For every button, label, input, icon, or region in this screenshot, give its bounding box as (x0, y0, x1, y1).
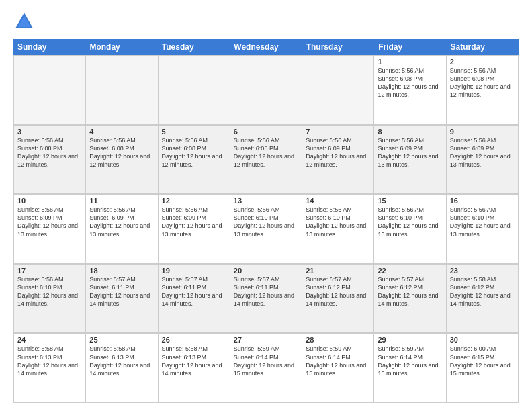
day-info: Sunrise: 5:56 AM Sunset: 6:08 PM Dayligh… (17, 136, 82, 169)
calendar-cell: 18Sunrise: 5:57 AM Sunset: 6:11 PM Dayli… (86, 265, 158, 334)
calendar-cell: 25Sunrise: 5:58 AM Sunset: 6:13 PM Dayli… (86, 334, 158, 403)
day-number: 26 (162, 336, 226, 344)
day-info: Sunrise: 5:56 AM Sunset: 6:08 PM Dayligh… (378, 66, 442, 99)
day-number: 22 (378, 267, 442, 275)
logo-icon (13, 11, 35, 32)
calendar-row: 17Sunrise: 5:56 AM Sunset: 6:10 PM Dayli… (13, 264, 519, 334)
calendar-cell: 2Sunrise: 5:56 AM Sunset: 6:08 PM Daylig… (447, 56, 519, 125)
day-info: Sunrise: 5:56 AM Sunset: 6:08 PM Dayligh… (162, 136, 226, 169)
day-info: Sunrise: 6:00 AM Sunset: 6:15 PM Dayligh… (450, 345, 515, 377)
day-number: 5 (162, 128, 226, 136)
day-info: Sunrise: 5:56 AM Sunset: 6:10 PM Dayligh… (17, 275, 82, 308)
day-info: Sunrise: 5:56 AM Sunset: 6:09 PM Dayligh… (450, 136, 515, 169)
calendar-cell: 30Sunrise: 6:00 AM Sunset: 6:15 PM Dayli… (447, 334, 519, 403)
day-info: Sunrise: 5:58 AM Sunset: 6:13 PM Dayligh… (17, 345, 82, 377)
day-number: 24 (17, 336, 82, 344)
calendar-cell: 11Sunrise: 5:56 AM Sunset: 6:09 PM Dayli… (86, 195, 158, 264)
day-number: 1 (378, 58, 442, 66)
calendar-cell: 22Sunrise: 5:57 AM Sunset: 6:12 PM Dayli… (374, 265, 446, 334)
day-number: 15 (378, 197, 442, 205)
day-info: Sunrise: 5:59 AM Sunset: 6:14 PM Dayligh… (234, 345, 298, 377)
day-number: 14 (306, 197, 370, 205)
calendar-cell: 14Sunrise: 5:56 AM Sunset: 6:10 PM Dayli… (302, 195, 374, 264)
calendar-cell (302, 56, 374, 125)
day-number: 27 (234, 336, 298, 344)
day-number: 11 (89, 197, 154, 205)
day-number: 3 (17, 128, 82, 136)
day-number: 30 (450, 336, 515, 344)
calendar-cell: 29Sunrise: 5:59 AM Sunset: 6:14 PM Dayli… (374, 334, 446, 403)
day-number: 2 (450, 58, 515, 66)
day-info: Sunrise: 5:57 AM Sunset: 6:11 PM Dayligh… (234, 275, 298, 308)
calendar-cell: 5Sunrise: 5:56 AM Sunset: 6:08 PM Daylig… (159, 126, 230, 195)
header-day: Wednesday (230, 39, 302, 55)
header-day: Friday (374, 39, 446, 55)
day-number: 7 (306, 128, 370, 136)
header-day: Thursday (302, 39, 374, 55)
calendar-cell: 12Sunrise: 5:56 AM Sunset: 6:09 PM Dayli… (159, 195, 230, 264)
calendar-cell: 16Sunrise: 5:56 AM Sunset: 6:10 PM Dayli… (447, 195, 519, 264)
calendar-row: 10Sunrise: 5:56 AM Sunset: 6:09 PM Dayli… (13, 194, 519, 264)
header-day: Sunday (13, 39, 85, 55)
calendar-cell: 13Sunrise: 5:56 AM Sunset: 6:10 PM Dayli… (230, 195, 302, 264)
calendar-cell: 24Sunrise: 5:58 AM Sunset: 6:13 PM Dayli… (14, 334, 86, 403)
day-number: 20 (234, 267, 298, 275)
day-number: 21 (306, 267, 370, 275)
day-info: Sunrise: 5:56 AM Sunset: 6:09 PM Dayligh… (162, 205, 226, 238)
calendar-cell: 8Sunrise: 5:56 AM Sunset: 6:09 PM Daylig… (374, 126, 446, 195)
calendar-cell (230, 56, 302, 125)
calendar-cell: 9Sunrise: 5:56 AM Sunset: 6:09 PM Daylig… (447, 126, 519, 195)
day-number: 16 (450, 197, 515, 205)
calendar-row: 3Sunrise: 5:56 AM Sunset: 6:08 PM Daylig… (13, 125, 519, 195)
header-day: Tuesday (158, 39, 230, 55)
calendar-cell: 21Sunrise: 5:57 AM Sunset: 6:12 PM Dayli… (302, 265, 374, 334)
day-info: Sunrise: 5:56 AM Sunset: 6:08 PM Dayligh… (450, 66, 515, 99)
day-number: 13 (234, 197, 298, 205)
logo (13, 11, 38, 32)
day-number: 6 (234, 128, 298, 136)
calendar-cell: 4Sunrise: 5:56 AM Sunset: 6:08 PM Daylig… (86, 126, 158, 195)
day-info: Sunrise: 5:58 AM Sunset: 6:13 PM Dayligh… (89, 345, 154, 377)
day-number: 12 (162, 197, 226, 205)
day-info: Sunrise: 5:58 AM Sunset: 6:12 PM Dayligh… (450, 275, 515, 308)
day-info: Sunrise: 5:56 AM Sunset: 6:10 PM Dayligh… (306, 205, 370, 238)
calendar-cell: 6Sunrise: 5:56 AM Sunset: 6:08 PM Daylig… (230, 126, 302, 195)
calendar-cell: 28Sunrise: 5:59 AM Sunset: 6:14 PM Dayli… (302, 334, 374, 403)
day-info: Sunrise: 5:58 AM Sunset: 6:13 PM Dayligh… (162, 345, 226, 377)
calendar-cell: 17Sunrise: 5:56 AM Sunset: 6:10 PM Dayli… (14, 265, 86, 334)
day-info: Sunrise: 5:57 AM Sunset: 6:12 PM Dayligh… (306, 275, 370, 308)
calendar-cell: 7Sunrise: 5:56 AM Sunset: 6:09 PM Daylig… (302, 126, 374, 195)
day-number: 19 (162, 267, 226, 275)
day-number: 9 (450, 128, 515, 136)
day-number: 29 (378, 336, 442, 344)
day-number: 18 (89, 267, 154, 275)
calendar-cell: 15Sunrise: 5:56 AM Sunset: 6:10 PM Dayli… (374, 195, 446, 264)
day-info: Sunrise: 5:56 AM Sunset: 6:10 PM Dayligh… (450, 205, 515, 238)
day-info: Sunrise: 5:56 AM Sunset: 6:09 PM Dayligh… (89, 205, 154, 238)
calendar-row: 24Sunrise: 5:58 AM Sunset: 6:13 PM Dayli… (13, 333, 519, 403)
calendar-row: 1Sunrise: 5:56 AM Sunset: 6:08 PM Daylig… (13, 55, 519, 125)
day-info: Sunrise: 5:56 AM Sunset: 6:08 PM Dayligh… (89, 136, 154, 169)
calendar: SundayMondayTuesdayWednesdayThursdayFrid… (13, 39, 519, 403)
day-info: Sunrise: 5:59 AM Sunset: 6:14 PM Dayligh… (306, 345, 370, 377)
day-info: Sunrise: 5:56 AM Sunset: 6:10 PM Dayligh… (378, 205, 442, 238)
calendar-body: 1Sunrise: 5:56 AM Sunset: 6:08 PM Daylig… (13, 55, 519, 403)
day-number: 23 (450, 267, 515, 275)
day-number: 17 (17, 267, 82, 275)
day-number: 4 (89, 128, 154, 136)
day-number: 28 (306, 336, 370, 344)
header-day: Saturday (447, 39, 519, 55)
page: SundayMondayTuesdayWednesdayThursdayFrid… (0, 0, 532, 411)
calendar-cell: 1Sunrise: 5:56 AM Sunset: 6:08 PM Daylig… (374, 56, 446, 125)
calendar-cell: 19Sunrise: 5:57 AM Sunset: 6:11 PM Dayli… (159, 265, 230, 334)
day-number: 8 (378, 128, 442, 136)
calendar-cell (14, 56, 86, 125)
day-info: Sunrise: 5:57 AM Sunset: 6:12 PM Dayligh… (378, 275, 442, 308)
calendar-cell: 10Sunrise: 5:56 AM Sunset: 6:09 PM Dayli… (14, 195, 86, 264)
calendar-cell: 23Sunrise: 5:58 AM Sunset: 6:12 PM Dayli… (447, 265, 519, 334)
calendar-cell: 20Sunrise: 5:57 AM Sunset: 6:11 PM Dayli… (230, 265, 302, 334)
header-day: Monday (85, 39, 157, 55)
day-info: Sunrise: 5:56 AM Sunset: 6:09 PM Dayligh… (378, 136, 442, 169)
day-info: Sunrise: 5:57 AM Sunset: 6:11 PM Dayligh… (162, 275, 226, 308)
calendar-cell: 27Sunrise: 5:59 AM Sunset: 6:14 PM Dayli… (230, 334, 302, 403)
